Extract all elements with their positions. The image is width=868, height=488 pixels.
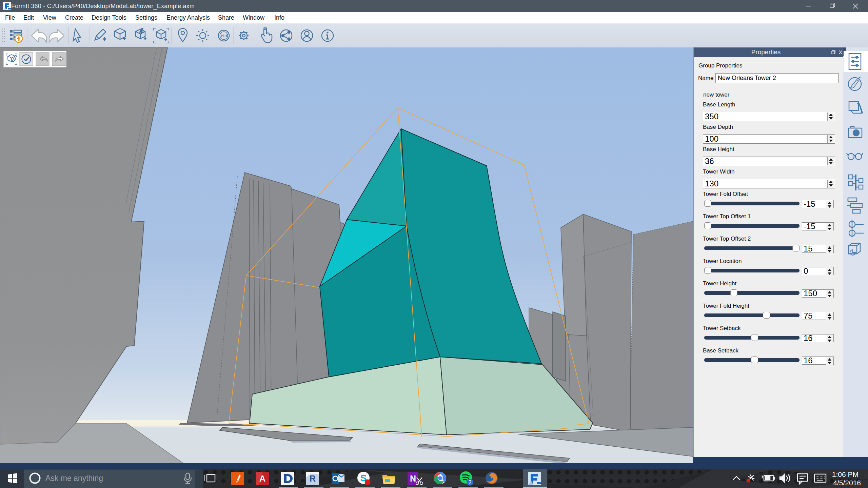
svg-text:N: N: [410, 474, 416, 483]
svg-text:A: A: [259, 474, 265, 483]
svg-text:4/5/2016: 4/5/2016: [833, 479, 861, 487]
svg-text:Ask me anything: Ask me anything: [45, 474, 103, 483]
svg-text:R: R: [310, 474, 316, 483]
svg-text:2: 2: [469, 480, 472, 485]
svg-text:1:06 PM: 1:06 PM: [832, 470, 859, 478]
svg-text:19.1: 19.1: [220, 34, 227, 38]
